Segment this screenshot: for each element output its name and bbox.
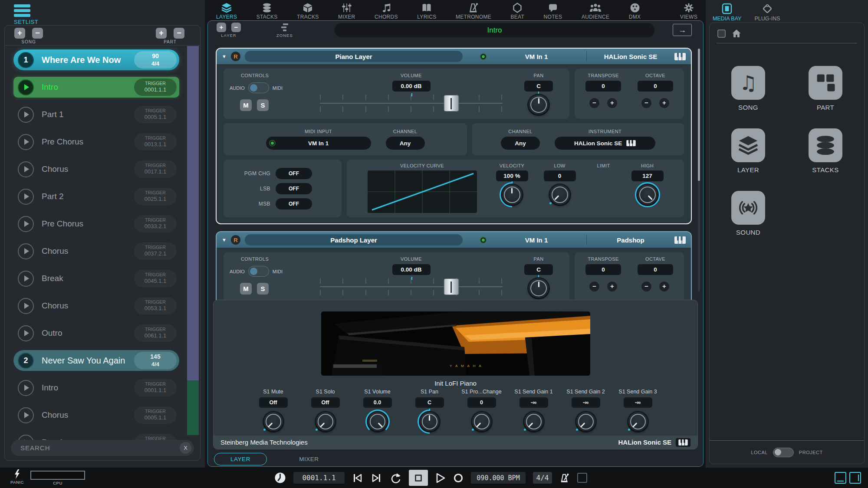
play-button[interactable]: 1 <box>18 52 34 68</box>
param-value[interactable]: Off <box>259 397 288 408</box>
panic-button[interactable]: PANIC <box>10 469 24 485</box>
local-project-toggle[interactable] <box>773 448 794 457</box>
octave-minus-button[interactable]: − <box>641 97 652 109</box>
setlist-item[interactable]: 2 Never Saw You Again 145 4/4 <box>13 350 179 371</box>
item-badge[interactable]: TRIGGER 0045.1.1 <box>134 270 177 287</box>
scrollbar-thumb[interactable] <box>698 49 700 181</box>
stop-button[interactable] <box>409 470 428 486</box>
tab-notes[interactable]: NOTES <box>544 3 562 20</box>
tab-beat[interactable]: BEAT <box>510 3 524 20</box>
record-button[interactable] <box>453 473 464 483</box>
audio-midi-toggle[interactable] <box>248 82 269 93</box>
skip-forward-icon[interactable] <box>371 472 382 484</box>
item-badge[interactable]: TRIGGER 0013.1.1 <box>134 133 177 151</box>
item-badge[interactable]: TRIGGER 0005.1.1 <box>134 106 177 123</box>
setlist-item[interactable]: Chorus TRIGGER 0005.1.1 <box>13 405 179 426</box>
toggle-bottom-zone-button[interactable] <box>835 472 846 484</box>
remove-song-button[interactable]: − <box>32 28 43 39</box>
play-button[interactable] <box>18 325 34 341</box>
tab-mixer-editor[interactable]: MIXER <box>283 453 335 465</box>
instrument-select[interactable]: HALion Sonic SE <box>555 137 655 150</box>
current-part-bar[interactable]: Intro <box>335 23 654 37</box>
play-button[interactable] <box>18 161 34 177</box>
tab-layers[interactable]: LAYERS <box>216 3 237 20</box>
octave-value[interactable]: 0 <box>638 81 673 92</box>
layer-instrument-label[interactable]: Padshop <box>591 236 670 244</box>
media-tile-song[interactable]: ♫ SONG <box>731 66 765 111</box>
pan-value[interactable]: C <box>524 264 553 275</box>
tab-layer-editor[interactable]: LAYER <box>214 453 267 465</box>
play-button[interactable] <box>18 134 34 150</box>
high-knob[interactable] <box>638 185 658 205</box>
piano-keys-icon[interactable] <box>674 236 686 244</box>
record-arm-button[interactable]: R <box>231 235 240 245</box>
transpose-value[interactable]: 0 <box>585 264 621 275</box>
param-knob[interactable] <box>576 412 595 431</box>
param-knob[interactable] <box>264 412 283 431</box>
setlist-item[interactable]: Intro TRIGGER 0001.1.1 <box>13 77 179 98</box>
remove-layer-button[interactable]: − <box>231 23 241 32</box>
octave-minus-button[interactable]: − <box>641 281 652 292</box>
tab-media-bay[interactable]: MEDIA BAY <box>713 3 741 22</box>
pan-knob[interactable] <box>529 95 549 115</box>
solo-button[interactable]: S <box>257 99 269 111</box>
tab-tracks[interactable]: TRACKS <box>297 3 319 20</box>
layer-panel-piano[interactable]: ▼ R Piano Layer VM In 1 HALion Sonic SE <box>216 48 692 224</box>
transpose-plus-button[interactable]: + <box>606 97 618 109</box>
mute-button[interactable]: M <box>240 283 252 295</box>
plugin-name-chip[interactable]: HALion Sonic SE <box>618 438 690 447</box>
play-button[interactable]: 2 <box>18 353 34 369</box>
filter-checkbox[interactable] <box>717 29 726 38</box>
item-badge[interactable]: TRIGGER 0017.1.1 <box>134 160 177 178</box>
clock-icon[interactable] <box>274 472 286 484</box>
media-tile-sound[interactable]: SOUND <box>731 191 765 236</box>
volume-fader[interactable] <box>320 277 502 297</box>
cycle-loop-icon[interactable] <box>389 472 401 484</box>
msb-value[interactable]: OFF <box>276 198 312 210</box>
tab-metronome[interactable]: METRONOME <box>456 3 491 20</box>
tab-mixer[interactable]: MIXER <box>338 3 355 20</box>
transpose-value[interactable]: 0 <box>585 81 621 92</box>
record-arm-button[interactable]: R <box>231 52 240 61</box>
collapse-triangle-icon[interactable]: ▼ <box>222 237 227 242</box>
item-badge[interactable]: TRIGGER 0037.2.1 <box>134 242 177 260</box>
search-input[interactable] <box>20 444 180 452</box>
item-badge[interactable]: TRIGGER 0033.2.1 <box>134 215 177 233</box>
precount-checkbox[interactable] <box>577 473 587 483</box>
solo-button[interactable]: S <box>257 283 269 295</box>
velocity-value[interactable]: 100 % <box>496 170 528 181</box>
layer-input-label[interactable]: VM In 1 <box>491 236 582 244</box>
search-clear-button[interactable]: X <box>180 442 191 454</box>
toggle-right-zone-button[interactable] <box>849 472 861 484</box>
param-value[interactable]: C <box>415 397 444 408</box>
play-button[interactable] <box>435 472 446 484</box>
param-value[interactable]: -∞ <box>519 397 548 408</box>
item-badge[interactable]: TRIGGER 0061.1.1 <box>134 324 177 342</box>
lsb-value[interactable]: OFF <box>276 183 312 194</box>
mute-button[interactable]: M <box>240 99 252 111</box>
item-badge[interactable]: TRIGGER 0053.1.1 <box>134 297 177 314</box>
audio-midi-toggle[interactable] <box>248 266 269 277</box>
param-value[interactable]: 0 <box>467 397 496 408</box>
layers-scrollbar[interactable] <box>698 49 700 291</box>
piano-keys-icon[interactable] <box>674 53 686 60</box>
media-tile-part[interactable]: PART <box>809 66 842 111</box>
item-badge[interactable]: TRIGGER 0001.1.1 <box>134 79 177 96</box>
fader-handle[interactable] <box>444 95 459 111</box>
play-button[interactable] <box>18 407 34 423</box>
add-layer-button[interactable]: + <box>217 23 226 32</box>
position-display[interactable]: 0001.1.1 <box>293 472 345 484</box>
play-button[interactable] <box>18 271 34 287</box>
tab-plug-ins[interactable]: PLUG-INS <box>754 3 780 22</box>
remove-part-button[interactable]: − <box>174 28 184 39</box>
play-button[interactable] <box>18 298 34 314</box>
layer-input-label[interactable]: VM In 1 <box>491 53 582 60</box>
play-button[interactable] <box>18 189 34 205</box>
tab-lyrics[interactable]: LYRICS <box>417 3 436 20</box>
item-badge[interactable]: TRIGGER 0001.1.1 <box>134 379 177 396</box>
param-value[interactable]: 0.0 <box>363 397 392 408</box>
layer-instrument-label[interactable]: HALion Sonic SE <box>591 53 670 60</box>
param-value[interactable]: Off <box>311 397 340 408</box>
layer-panel-padshop[interactable]: ▼ R Padshop Layer VM In 1 Padshop <box>216 231 692 300</box>
setlist-item[interactable]: 1 Where Are We Now 90 4/4 <box>13 49 179 70</box>
